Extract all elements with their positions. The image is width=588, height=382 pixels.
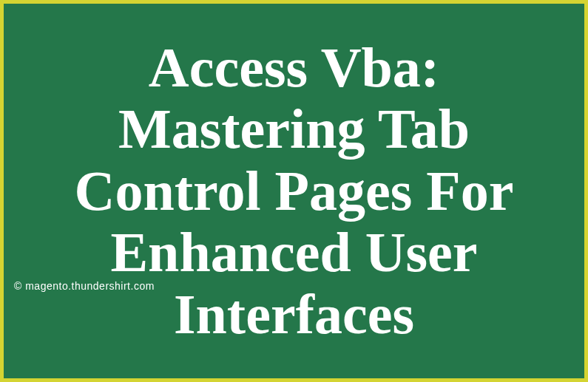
title-card: Access Vba: Mastering Tab Control Pages … [4, 4, 584, 378]
copyright-text: © magento.thundershirt.com [14, 280, 155, 292]
main-title: Access Vba: Mastering Tab Control Pages … [4, 37, 584, 346]
